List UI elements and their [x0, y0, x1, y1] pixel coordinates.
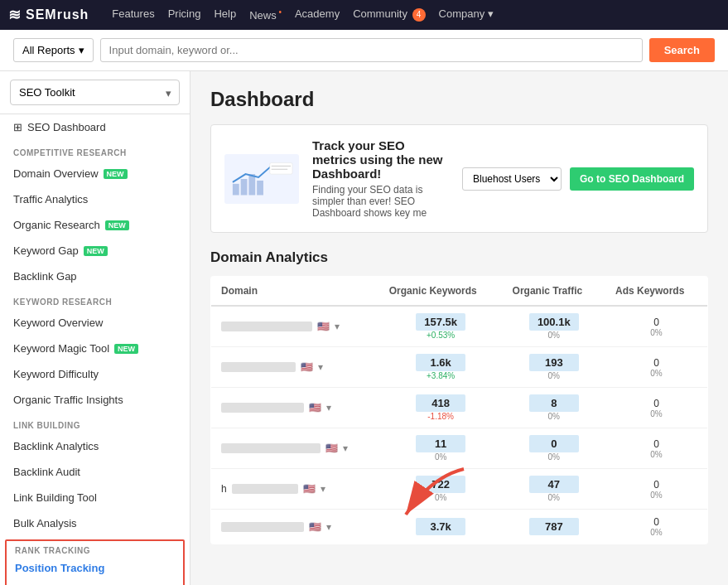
promo-text: Track your SEO metrics using the new Das… — [312, 138, 449, 219]
promo-chart-preview — [224, 154, 299, 204]
domain-cell-0: 🇺🇸 ▾ — [211, 306, 379, 347]
organic-traffic-cell-5: 787 — [503, 510, 605, 544]
organic-traffic-cell-1: 193 0% — [503, 347, 605, 388]
badge-new-domain-overview: NEW — [104, 169, 128, 179]
organic-traffic-value: 0 — [529, 435, 579, 452]
domain-blur — [221, 443, 321, 453]
domain-analytics-table: Domain Organic Keywords Organic Traffic … — [210, 276, 708, 544]
search-bar: All Reports ▾ Search — [0, 30, 728, 71]
ads-keywords-value: 0 — [615, 317, 697, 328]
sidebar-item-backlink-gap[interactable]: Backlink Gap — [0, 263, 190, 289]
sidebar-item-bulk-analysis[interactable]: Bulk Analysis — [0, 510, 190, 536]
organic-traffic-change: 0% — [513, 493, 595, 502]
organic-keywords-change: 0% — [389, 452, 493, 462]
flag-icon: 🇺🇸 — [309, 521, 321, 533]
flag-icon: 🇺🇸 — [325, 442, 338, 454]
toolkit-select[interactable]: SEO Toolkit — [10, 80, 180, 105]
search-button[interactable]: Search — [649, 38, 715, 62]
logo-text: SEMrush — [26, 7, 89, 22]
section-rank-tracking: RANK TRACKING — [7, 541, 183, 557]
nav-features[interactable]: Features — [112, 7, 154, 22]
nav-news[interactable]: News • — [249, 7, 282, 22]
organic-keywords-value: 722 — [416, 476, 465, 493]
flag-dropdown[interactable]: ▾ — [343, 442, 348, 454]
sidebar-item-backlink-analytics[interactable]: Backlink Analytics — [0, 433, 190, 459]
nav-community[interactable]: Community 4 — [353, 7, 425, 22]
sidebar-item-backlink-audit[interactable]: Backlink Audit — [0, 459, 190, 485]
grid-icon: ⊞ — [13, 121, 22, 133]
badge-new-keyword-magic: NEW — [114, 344, 138, 354]
organic-traffic-value: 8 — [529, 394, 579, 412]
sidebar-item-keyword-difficulty[interactable]: Keyword Difficulty — [0, 361, 190, 387]
nav-pricing[interactable]: Pricing — [168, 7, 201, 22]
sidebar-item-keyword-overview[interactable]: Keyword Overview — [0, 310, 190, 336]
rank-tracking-section: RANK TRACKING Position Tracking Sensor R… — [5, 539, 185, 585]
logo: ≋ SEMrush — [8, 6, 89, 24]
sidebar-item-keyword-magic-tool[interactable]: Keyword Magic Tool NEW — [0, 336, 190, 361]
ads-keywords-change: 0% — [615, 369, 697, 378]
domain-analytics-title: Domain Analytics — [210, 249, 708, 266]
domain-blur — [232, 484, 298, 494]
search-input[interactable] — [100, 38, 643, 62]
ads-keywords-cell-2: 0 0% — [605, 388, 708, 428]
bluehost-select[interactable]: Bluehost Users — [462, 167, 562, 191]
organic-keywords-cell-4: 722 0% — [379, 469, 503, 510]
svg-rect-0 — [233, 183, 239, 195]
flag-dropdown[interactable]: ▾ — [321, 483, 325, 495]
organic-keywords-cell-5: 3.7k — [379, 510, 503, 544]
sidebar-item-link-building-tool[interactable]: Link Building Tool — [0, 485, 190, 510]
section-keyword-research: KEYWORD RESEARCH — [0, 289, 190, 310]
organic-traffic-value: 787 — [529, 518, 579, 535]
organic-keywords-value: 3.7k — [416, 518, 465, 535]
col-ads-keywords: Ads Keywords — [605, 277, 708, 307]
organic-traffic-change: 0% — [513, 452, 595, 462]
flag-dropdown[interactable]: ▾ — [326, 521, 331, 533]
svg-rect-4 — [270, 162, 292, 174]
organic-keywords-change: +0.53% — [389, 331, 493, 340]
promo-chart-svg — [229, 157, 294, 199]
ads-keywords-cell-1: 0 0% — [605, 347, 708, 388]
ads-keywords-value: 0 — [615, 357, 697, 369]
organic-traffic-value: 47 — [529, 476, 579, 493]
svg-rect-3 — [257, 180, 263, 195]
flag-dropdown[interactable]: ▾ — [326, 402, 331, 413]
col-organic-traffic: Organic Traffic — [503, 277, 605, 307]
organic-keywords-cell-2: 418 -1.18% — [379, 388, 503, 428]
sidebar-item-organic-research[interactable]: Organic Research NEW — [0, 212, 190, 238]
chevron-down-icon: ▾ — [79, 44, 84, 56]
sidebar-item-keyword-gap[interactable]: Keyword Gap NEW — [0, 238, 190, 263]
community-badge: 4 — [412, 8, 426, 22]
col-organic-keywords: Organic Keywords — [379, 277, 503, 307]
sidebar-item-position-tracking[interactable]: Position Tracking — [7, 557, 183, 579]
ads-keywords-change: 0% — [615, 409, 697, 418]
promo-title: Track your SEO metrics using the new Das… — [312, 138, 449, 181]
ads-keywords-change: 0% — [615, 450, 697, 459]
table-row: 🇺🇸 ▾ 11 0% 0 0% 0 0% — [211, 428, 708, 469]
organic-traffic-change: 0% — [513, 331, 595, 340]
domain-cell-2: 🇺🇸 ▾ — [211, 388, 379, 428]
nav-help[interactable]: Help — [214, 7, 236, 22]
nav-academy[interactable]: Academy — [295, 7, 340, 22]
organic-keywords-value: 157.5k — [416, 313, 465, 331]
svg-rect-2 — [248, 174, 255, 195]
all-reports-button[interactable]: All Reports ▾ — [13, 38, 94, 62]
sidebar-item-organic-traffic-insights[interactable]: Organic Traffic Insights — [0, 387, 190, 413]
sidebar-item-domain-overview[interactable]: Domain Overview NEW — [0, 161, 190, 186]
nav-company[interactable]: Company ▾ — [439, 7, 494, 22]
sidebar-item-sensor[interactable]: Sensor — [7, 579, 183, 585]
sidebar-item-traffic-analytics[interactable]: Traffic Analytics — [0, 186, 190, 212]
go-to-dashboard-button[interactable]: Go to SEO Dashboard — [570, 167, 694, 191]
sidebar-item-seo-dashboard[interactable]: ⊞ SEO Dashboard — [0, 114, 190, 140]
flag-dropdown[interactable]: ▾ — [318, 361, 323, 373]
badge-new-organic-research: NEW — [105, 220, 129, 230]
domain-blur — [221, 403, 304, 413]
flag-dropdown[interactable]: ▾ — [335, 321, 340, 332]
table-row: h 🇺🇸 ▾ 722 0% 47 0% 0 0% — [211, 469, 708, 510]
domain-cell-4: h 🇺🇸 ▾ — [211, 469, 379, 510]
flag-icon: 🇺🇸 — [317, 321, 330, 332]
domain-cell-5: 🇺🇸 ▾ — [211, 510, 379, 544]
logo-icon: ≋ — [8, 6, 21, 24]
section-link-building: LINK BUILDING — [0, 413, 190, 433]
organic-traffic-change: 0% — [513, 412, 595, 421]
ads-keywords-change: 0% — [615, 528, 697, 537]
